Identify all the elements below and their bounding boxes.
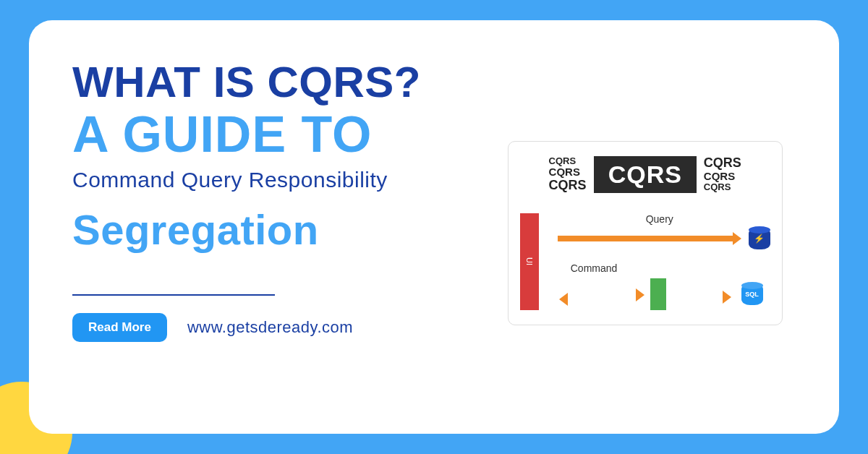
ui-block: UI [520, 213, 539, 310]
cqrs-tag: CQRS [549, 156, 587, 166]
bolt-icon: ⚡ [749, 234, 770, 244]
cqrs-diagram: CQRS CQRS CQRS CQRS CQRS CQRS CQRS UI Qu… [508, 141, 783, 325]
cqrs-badge: CQRS [594, 156, 697, 193]
diagram-header: CQRS CQRS CQRS CQRS CQRS CQRS CQRS [520, 156, 770, 193]
command-flow: Command [549, 262, 770, 310]
command-top-row: SQL [549, 278, 770, 310]
content-card: WHAT IS CQRS? A GUIDE TO Command Query R… [29, 20, 839, 434]
website-url: www.getsdeready.com [187, 318, 353, 337]
query-flow: Query ⚡ [549, 213, 770, 251]
diagram-section: CQRS CQRS CQRS CQRS CQRS CQRS CQRS UI Qu… [480, 61, 796, 405]
text-section: WHAT IS CQRS? A GUIDE TO Command Query R… [72, 61, 480, 405]
footer-row: Read More www.getsdeready.com [72, 313, 480, 342]
headline-primary: WHAT IS CQRS? [72, 61, 480, 104]
cqrs-tag: CQRS [704, 171, 741, 183]
command-label: Command [571, 262, 770, 274]
cqrs-tags-right: CQRS CQRS CQRS [704, 156, 741, 193]
arrow-right-icon [558, 236, 734, 241]
segregation-text: Segregation [72, 205, 480, 254]
headline-secondary: A GUIDE TO [72, 108, 480, 162]
command-arrows-left [558, 292, 646, 296]
processor-block [650, 278, 666, 310]
read-more-button[interactable]: Read More [72, 313, 167, 342]
cqrs-tag: CQRS [704, 182, 741, 192]
cqrs-tag: CQRS [549, 179, 587, 193]
sql-database-icon: SQL [741, 282, 763, 307]
sql-label: SQL [741, 291, 763, 298]
database-icon: ⚡ [749, 226, 770, 251]
cqrs-tag: CQRS [549, 166, 587, 179]
flows-container: Query ⚡ Command [549, 213, 770, 310]
divider-line [72, 294, 275, 296]
cqrs-tags-left: CQRS CQRS CQRS [549, 156, 587, 193]
query-label: Query [549, 213, 770, 225]
query-arrow-row: ⚡ [549, 226, 770, 251]
cqrs-tag: CQRS [704, 156, 741, 171]
subtitle-text: Command Query Responsibility [72, 168, 480, 192]
diagram-body: UI Query ⚡ C [520, 213, 770, 310]
